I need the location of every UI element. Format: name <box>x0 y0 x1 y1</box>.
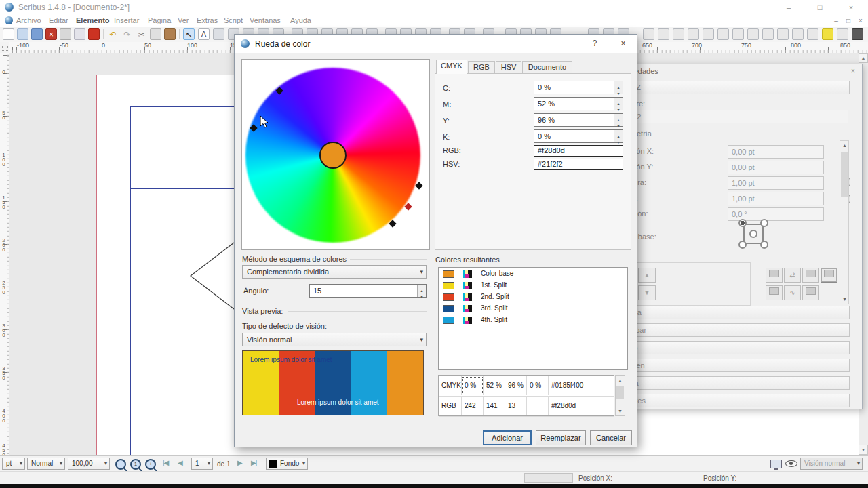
toolbar-icon[interactable] <box>852 28 863 40</box>
m-field[interactable]: 52 % <box>534 97 623 110</box>
help-button[interactable]: ? <box>582 35 608 53</box>
toolbar-icon[interactable] <box>792 28 804 40</box>
toolbar-icon[interactable] <box>717 28 729 40</box>
preview-object-button[interactable] <box>766 285 783 300</box>
toolbar-icon[interactable]: ↷ <box>121 28 133 40</box>
resulting-color-item[interactable]: 3rd. Split <box>439 304 627 314</box>
toolbar-icon[interactable] <box>658 28 669 40</box>
table-cell[interactable]: 141 <box>484 396 505 415</box>
scroll-up-icon[interactable]: ▲ <box>859 53 868 63</box>
basepoint-bottom-right[interactable] <box>760 241 768 249</box>
layer-combo[interactable]: Fondo <box>266 458 308 470</box>
zoom-in-icon[interactable]: + <box>145 459 156 470</box>
scheme-method-combo[interactable]: Complementaria dividida <box>242 265 427 279</box>
menu-pagina[interactable]: Página <box>148 16 171 24</box>
palette-section-bar[interactable]: Forma <box>614 306 850 319</box>
palette-section-bar[interactable]: Colores <box>614 394 850 407</box>
scroll-down-icon[interactable]: ▼ <box>859 445 868 455</box>
toolbar-icon[interactable] <box>777 28 789 40</box>
tab-cmyk[interactable]: CMYK <box>436 60 467 74</box>
menu-insertar[interactable]: Insertar <box>114 16 139 24</box>
toolbar-icon[interactable]: ✂ <box>136 28 147 40</box>
menu-ver[interactable]: Ver <box>178 16 189 24</box>
palette-section-bar[interactable]: Agrupar <box>614 323 850 337</box>
toolbar-icon[interactable] <box>837 28 848 40</box>
dialog-title-bar[interactable]: Rueda de color ? × <box>235 35 637 53</box>
toolbar-icon[interactable] <box>732 28 744 40</box>
palette-close-button[interactable]: × <box>847 66 859 77</box>
text-frame-border[interactable] <box>130 106 234 107</box>
menu-elemento[interactable]: Elemento <box>76 16 110 24</box>
spinner[interactable] <box>614 98 623 110</box>
name-field[interactable]: Texto2 <box>615 110 848 123</box>
spinner[interactable] <box>417 285 426 297</box>
dialog-close-button[interactable]: × <box>610 35 636 53</box>
toolbar-icon[interactable] <box>822 28 833 40</box>
menu-ventanas[interactable]: Ventanas <box>250 16 281 24</box>
toolbar-icon[interactable] <box>807 28 818 40</box>
table-cell[interactable]: 0 % <box>527 376 549 395</box>
toolbar-icon[interactable] <box>3 28 14 40</box>
menu-extras[interactable]: Extras <box>197 16 218 24</box>
table-cell[interactable]: #0185f400 <box>549 376 610 395</box>
text-flow-button[interactable] <box>802 285 819 300</box>
display-settings-icon[interactable] <box>770 460 782 468</box>
zoom-out-icon[interactable]: − <box>115 459 126 470</box>
cancel-button[interactable]: Cancelar <box>590 430 632 445</box>
quality-combo[interactable]: Normal <box>27 458 65 470</box>
print-object-button[interactable] <box>766 268 783 283</box>
palette-scrollbar[interactable] <box>840 140 849 304</box>
menu-editar[interactable]: Editar <box>49 16 68 24</box>
toolbar-icon[interactable] <box>88 28 100 40</box>
toolbar-icon[interactable] <box>31 28 43 40</box>
base-color-circle[interactable] <box>319 142 347 169</box>
geometry-row-field[interactable]: 0,00 pt <box>728 145 824 159</box>
color-wheel-area[interactable] <box>241 59 430 250</box>
flip-vertical-button[interactable] <box>802 268 819 283</box>
palette-section-bar[interactable]: Imagen <box>614 359 850 372</box>
toolbar-icon[interactable] <box>150 28 161 40</box>
table-cell[interactable]: #f28d0d <box>549 396 610 415</box>
preview-mode-icon[interactable] <box>785 459 797 467</box>
y-field[interactable]: 96 % <box>534 113 623 127</box>
geometry-row-field[interactable]: 1,00 pt <box>728 176 824 190</box>
scroll-thumb[interactable] <box>841 152 848 197</box>
color-values-table[interactable]: CMYK0 %52 %96 %0 %#0185f400 RGB24214113#… <box>438 375 614 416</box>
unit-combo[interactable]: pt <box>2 458 25 470</box>
scroll-thumb[interactable] <box>616 386 624 399</box>
wheel-handle[interactable] <box>415 182 422 189</box>
c-field[interactable]: 0 % <box>534 81 623 94</box>
spinner[interactable] <box>614 114 623 126</box>
vertical-ruler[interactable]: 050100150200250300350400450 <box>0 53 10 455</box>
basepoint-center[interactable] <box>749 230 757 238</box>
zoom-level-field[interactable]: 100,00 % <box>68 458 110 470</box>
basepoint-bottom-left[interactable] <box>738 241 747 249</box>
text-frame-border[interactable] <box>130 188 234 189</box>
table-cell[interactable]: 0 % <box>462 376 484 395</box>
flip-horizontal-button[interactable]: ⇄ <box>784 268 801 283</box>
polygon-shape[interactable] <box>187 239 235 313</box>
page-number-combo[interactable]: 1 <box>191 458 213 470</box>
spinner[interactable] <box>614 130 623 142</box>
mdi-restore-button[interactable]: □ <box>842 16 854 26</box>
resulting-color-item[interactable]: 1st. Split <box>439 281 627 291</box>
palette-section-bar[interactable]: Texto <box>614 341 850 354</box>
spinner[interactable] <box>614 81 623 94</box>
next-page-button[interactable]: ▶ <box>237 459 242 466</box>
toolbar-icon[interactable] <box>703 28 714 40</box>
mdi-minimize-button[interactable]: – <box>830 16 842 26</box>
table-cell[interactable]: 13 <box>505 396 527 415</box>
table-scrollbar[interactable] <box>615 375 625 416</box>
geometry-row-field[interactable]: 0,00 pt <box>728 161 824 174</box>
toolbar-icon[interactable] <box>60 28 71 40</box>
palette-section-bar[interactable]: Línea <box>614 376 850 390</box>
toolbar-icon[interactable]: ↖ <box>183 28 195 40</box>
mdi-close-button[interactable]: × <box>854 16 867 26</box>
toolbar-icon[interactable] <box>688 28 699 40</box>
tab-xyz[interactable]: X, Y, Z <box>614 81 850 94</box>
toolbar-icon[interactable]: ↶ <box>107 28 119 40</box>
resulting-colors-list[interactable]: Color base 1st. Split 2nd. Split 3rd. Sp… <box>438 267 628 370</box>
tab-hsv[interactable]: HSV <box>496 61 521 74</box>
close-button[interactable]: × <box>840 0 863 15</box>
table-cell[interactable]: 96 % <box>505 376 527 395</box>
